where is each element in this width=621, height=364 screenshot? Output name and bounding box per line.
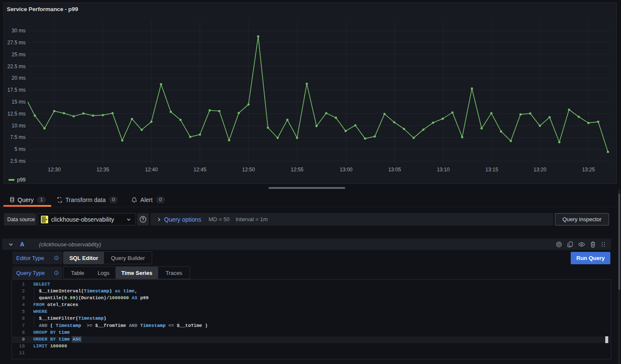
- svg-text:12.5 ms: 12.5 ms: [7, 111, 26, 117]
- svg-text:13:20: 13:20: [534, 167, 546, 173]
- svg-text:20 ms: 20 ms: [12, 75, 26, 81]
- svg-text:5 ms: 5 ms: [14, 146, 26, 152]
- svg-text:12:50: 12:50: [242, 167, 255, 173]
- svg-text:13:05: 13:05: [388, 167, 401, 173]
- svg-text:12:55: 12:55: [291, 167, 303, 173]
- svg-text:12:35: 12:35: [96, 167, 109, 173]
- svg-text:30 ms: 30 ms: [12, 28, 26, 34]
- svg-text:15 ms: 15 ms: [12, 99, 26, 105]
- svg-text:10 ms: 10 ms: [12, 123, 26, 129]
- svg-text:12:45: 12:45: [194, 167, 206, 173]
- svg-text:7.5 ms: 7.5 ms: [10, 134, 26, 140]
- svg-text:27.5 ms: 27.5 ms: [7, 40, 26, 46]
- svg-text:12:40: 12:40: [145, 167, 158, 173]
- svg-text:13:00: 13:00: [340, 167, 352, 173]
- svg-text:17.5 ms: 17.5 ms: [7, 87, 26, 93]
- svg-text:12:30: 12:30: [48, 167, 61, 173]
- svg-text:22.5 ms: 22.5 ms: [7, 64, 26, 69]
- svg-text:13:15: 13:15: [485, 167, 498, 173]
- svg-text:25 ms: 25 ms: [12, 52, 26, 58]
- svg-text:13:10: 13:10: [437, 167, 450, 173]
- svg-text:2.5 ms: 2.5 ms: [10, 158, 26, 164]
- svg-text:13:25: 13:25: [582, 167, 595, 173]
